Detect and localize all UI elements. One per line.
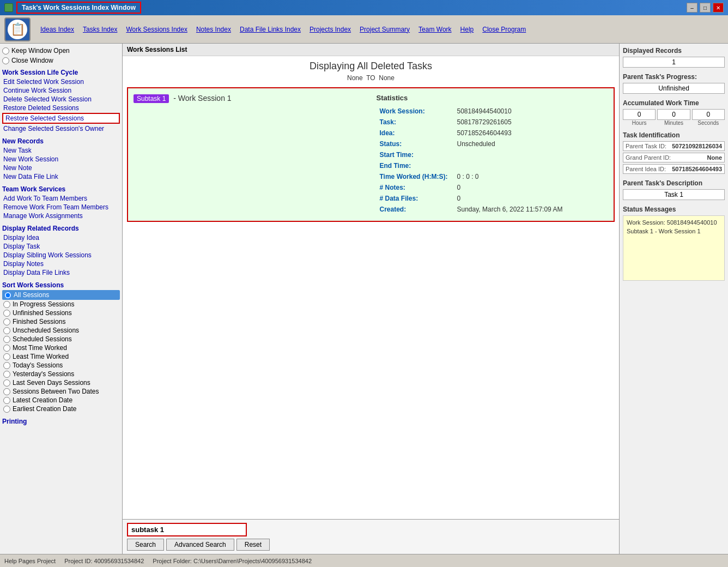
- new-work-session-link[interactable]: New Work Session: [2, 155, 120, 164]
- earliest-creation-radio[interactable]: [3, 406, 10, 413]
- stats-field-value: 0: [455, 183, 608, 192]
- displayed-records-section: Displayed Records 1: [623, 47, 725, 68]
- most-time-label: Most Time Worked: [13, 344, 67, 352]
- close-button[interactable]: ✕: [713, 3, 724, 13]
- accumulated-work-section: Accumulated Work Time 0 Hours 0 Minutes …: [623, 99, 725, 126]
- restore-selected-link[interactable]: Restore Selected Sessions: [2, 113, 120, 124]
- stats-field-label: Start Time:: [378, 150, 454, 160]
- nav-tasks-index[interactable]: Tasks Index: [80, 25, 120, 34]
- grand-parent-id-value: None: [707, 154, 723, 161]
- session-card-right: Statistics Work Session:508184944540010T…: [377, 94, 609, 215]
- stats-field-value: Sunday, March 6, 2022 11:57:09 AM: [455, 204, 608, 214]
- new-note-link[interactable]: New Note: [2, 164, 120, 172]
- parent-idea-id-value: 507185264604493: [672, 166, 722, 172]
- content-body: Displaying All Deleted Tasks None TO Non…: [123, 56, 619, 519]
- content-area: Work Sessions List Displaying All Delete…: [123, 44, 619, 554]
- stats-field-label: # Notes:: [378, 183, 454, 192]
- content-header: Work Sessions List: [123, 44, 619, 56]
- display-data-file-links-link[interactable]: Display Data File Links: [2, 268, 120, 277]
- yesterdays-radio[interactable]: [3, 371, 10, 378]
- keep-window-radio[interactable]: [2, 47, 9, 55]
- session-card[interactable]: Subtask 1 - Work Session 1 Statistics Wo…: [127, 87, 615, 222]
- least-time-radio[interactable]: [3, 353, 10, 360]
- nav-work-sessions-index[interactable]: Work Sessions Index: [123, 25, 191, 34]
- display-title: Displaying All Deleted Tasks: [127, 61, 615, 72]
- nav-project-summary[interactable]: Project Summary: [356, 25, 413, 34]
- nav-projects-index[interactable]: Projects Index: [306, 25, 354, 34]
- last-seven-radio[interactable]: [3, 379, 10, 387]
- stats-field-label: Task:: [378, 117, 454, 127]
- minimize-button[interactable]: –: [687, 3, 697, 13]
- nav-notes-index[interactable]: Notes Index: [193, 25, 234, 34]
- stats-field-value: [455, 161, 608, 171]
- all-sessions-selected[interactable]: All Sessions: [2, 290, 120, 300]
- nav-data-file-links-index[interactable]: Data File Links Index: [236, 25, 304, 34]
- todays-radio[interactable]: [3, 362, 10, 369]
- most-time-radio[interactable]: [3, 345, 10, 352]
- all-sessions-radio[interactable]: [4, 292, 11, 299]
- nav-ideas-index[interactable]: Ideas Index: [37, 25, 77, 34]
- session-title-rest: - Work Session 1: [173, 94, 231, 102]
- printing-title: Printing: [2, 418, 120, 425]
- latest-creation-label: Latest Creation Date: [13, 396, 72, 404]
- display-notes-link[interactable]: Display Notes: [2, 260, 120, 268]
- hours-cell: 0 Hours: [623, 109, 656, 126]
- advanced-search-button[interactable]: Advanced Search: [166, 539, 234, 551]
- status-bar: Help Pages Project Project ID: 400956931…: [0, 554, 728, 567]
- task-identification-section: Task Identification Parent Task ID: 5072…: [623, 131, 725, 174]
- continue-work-link[interactable]: Continue Work Session: [2, 86, 120, 95]
- parent-task-desc-value: Task 1: [623, 189, 725, 200]
- project-id: Project ID: 400956931534842: [64, 558, 144, 564]
- nav-help[interactable]: Help: [457, 25, 477, 34]
- nav-team-work[interactable]: Team Work: [415, 25, 454, 34]
- keep-window-option: Keep Window Open: [2, 47, 120, 55]
- scheduled-radio[interactable]: [3, 336, 10, 343]
- display-idea-link[interactable]: Display Idea: [2, 233, 120, 242]
- edit-selected-link[interactable]: Edit Selected Work Session: [2, 77, 120, 86]
- logo-icon: 📋: [10, 22, 25, 37]
- scheduled-label: Scheduled Sessions: [13, 335, 72, 343]
- status-messages-box: Work Session: 508184944540010 Subtask 1 …: [623, 215, 725, 281]
- delete-selected-link[interactable]: Delete Selected Work Session: [2, 95, 120, 104]
- displayed-records-value: 1: [623, 57, 725, 68]
- between-dates-radio[interactable]: [3, 388, 10, 395]
- maximize-button[interactable]: □: [700, 3, 711, 13]
- nav-close-program[interactable]: Close Program: [479, 25, 529, 34]
- finished-radio[interactable]: [3, 318, 10, 325]
- new-data-file-link[interactable]: New Data File Link: [2, 172, 120, 181]
- keep-window-label: Keep Window Open: [11, 47, 70, 55]
- parent-idea-id-item: Parent Idea ID: 507185264604493: [623, 164, 725, 174]
- manage-work-assignments-link[interactable]: Manage Work Assignments: [2, 212, 120, 220]
- status-messages-title: Status Messages: [623, 206, 725, 213]
- search-button[interactable]: Search: [127, 539, 164, 551]
- sidebar: Keep Window Open Close Window Work Sessi…: [0, 44, 123, 554]
- stats-field-label: Status:: [378, 139, 454, 149]
- title-bar-left: Task's Work Sessions Index Window: [4, 2, 141, 14]
- earliest-creation-label: Earliest Creation Date: [13, 405, 76, 413]
- seconds-label: Seconds: [692, 120, 725, 126]
- new-task-link[interactable]: New Task: [2, 146, 120, 155]
- search-input[interactable]: [127, 523, 247, 536]
- parent-progress-title: Parent Task's Progress:: [623, 73, 725, 81]
- restore-deleted-link[interactable]: Restore Deleted Sessions: [2, 104, 120, 112]
- display-related-records-title: Display Related Records: [2, 225, 120, 232]
- change-owner-link[interactable]: Change Selected Session's Owner: [2, 124, 120, 133]
- toolbar: 📋 Ideas Index Tasks Index Work Sessions …: [0, 15, 728, 44]
- unfinished-radio[interactable]: [3, 310, 10, 317]
- grand-parent-id-label: Grand Parent ID:: [626, 154, 671, 161]
- add-work-to-team-link[interactable]: Add Work To Team Members: [2, 194, 120, 203]
- remove-work-from-team-link[interactable]: Remove Work From Team Members: [2, 203, 120, 212]
- unscheduled-radio[interactable]: [3, 327, 10, 334]
- latest-creation-radio[interactable]: [3, 397, 10, 404]
- reset-button[interactable]: Reset: [236, 539, 270, 551]
- minutes-value: 0: [657, 109, 690, 120]
- stats-field-value: 508178729261605: [455, 117, 608, 127]
- seconds-cell: 0 Seconds: [692, 109, 725, 126]
- close-window-radio[interactable]: [2, 57, 9, 64]
- stats-field-value: 507185264604493: [455, 128, 608, 138]
- display-sibling-work-sessions-link[interactable]: Display Sibling Work Sessions: [2, 251, 120, 260]
- display-task-link[interactable]: Display Task: [2, 242, 120, 251]
- in-progress-radio[interactable]: [3, 301, 10, 308]
- stats-row: Start Time:: [378, 150, 608, 160]
- search-buttons: Search Advanced Search Reset: [127, 539, 615, 551]
